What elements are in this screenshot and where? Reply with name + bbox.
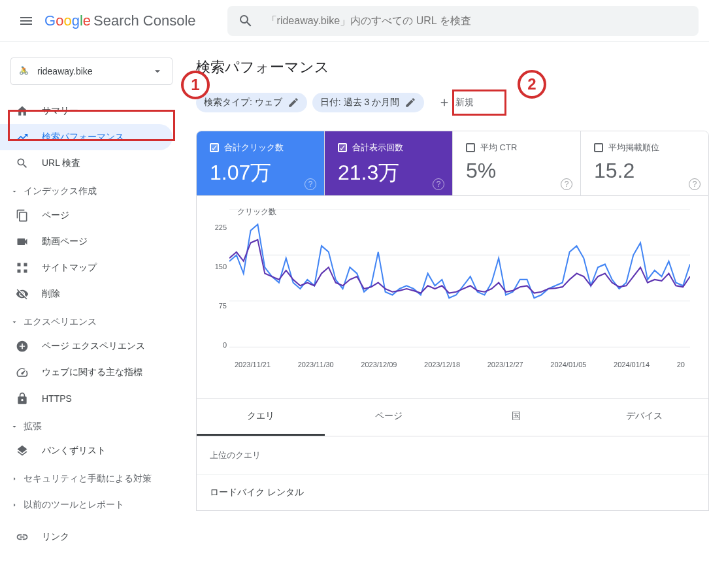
annotation-1: 1 <box>181 71 210 99</box>
chart-ylabel: クリック数 <box>237 206 276 218</box>
nav-label: 削除 <box>42 288 60 300</box>
nav-page-experience[interactable]: ページ エクスペリエンス <box>0 333 173 359</box>
nav-video-pages[interactable]: 動画ページ <box>0 229 173 255</box>
ytick: 0 <box>208 341 227 349</box>
annotation-2: 2 <box>518 70 546 99</box>
nav-https[interactable]: HTTPS <box>0 385 173 412</box>
lock-icon <box>16 392 29 405</box>
query-table-header: 上位のクエリ <box>197 436 708 475</box>
nav-cwv[interactable]: ウェブに関する主な指標 <box>0 359 173 385</box>
chip-new[interactable]: 新規 <box>429 93 483 112</box>
help-icon[interactable]: ? <box>305 178 316 190</box>
home-icon <box>16 105 29 118</box>
chart-xlabels: 2023/11/21 2023/11/30 2023/12/09 2023/12… <box>229 361 690 368</box>
sidebar: 🚴 rideaway.bike サマリー 検索パフォーマンス URL 検査 イン… <box>0 42 183 588</box>
main-content: 検索パフォーマンス 検索タイプ: ウェブ 日付: 過去 3 か月間 新規 ✓合計… <box>183 42 709 588</box>
section-legacy[interactable]: 以前のツールとレポート <box>0 490 183 516</box>
nav-removals[interactable]: 削除 <box>0 281 173 307</box>
help-icon[interactable]: ? <box>561 178 572 190</box>
metric-clicks[interactable]: ✓合計クリック数1.07万? <box>197 131 325 195</box>
query-table: 上位のクエリ ロードバイク レンタル <box>196 436 709 511</box>
query-row[interactable]: ロードバイク レンタル <box>197 475 708 510</box>
edit-icon <box>404 97 416 108</box>
product-name: Search Console <box>93 12 196 29</box>
tab-device[interactable]: デバイス <box>580 399 708 436</box>
section-label: インデックス作成 <box>24 186 97 197</box>
hamburger-menu[interactable] <box>10 5 42 37</box>
chart-yticks: 225 150 75 0 <box>208 223 227 349</box>
nav-label: サマリー <box>42 105 78 117</box>
search-icon <box>238 13 254 29</box>
link-icon <box>16 531 29 544</box>
property-name: rideaway.bike <box>37 66 151 76</box>
menu-icon <box>18 13 34 29</box>
section-label: セキュリティと手動による対策 <box>24 473 152 485</box>
logo[interactable]: Google Search Console <box>44 12 196 29</box>
metric-value: 5% <box>466 159 567 183</box>
search-input[interactable] <box>267 15 688 27</box>
nav-label: サイトマップ <box>42 262 97 274</box>
section-indexing[interactable]: インデックス作成 <box>0 176 183 203</box>
visibility-off-icon <box>16 287 29 301</box>
nav-summary[interactable]: サマリー <box>0 98 173 124</box>
ytick: 75 <box>208 302 227 310</box>
tab-country[interactable]: 国 <box>453 399 581 436</box>
sitemap-icon <box>16 261 29 274</box>
section-experience[interactable]: エクスペリエンス <box>0 307 183 333</box>
property-selector[interactable]: 🚴 rideaway.bike <box>10 57 173 85</box>
url-inspect-search[interactable] <box>227 6 699 36</box>
metric-position[interactable]: 平均掲載順位15.2? <box>581 131 708 195</box>
nav-label: 動画ページ <box>42 236 88 248</box>
plus-circle-icon <box>16 340 29 353</box>
metric-value: 15.2 <box>594 159 695 183</box>
section-enhancements[interactable]: 拡張 <box>0 412 183 438</box>
metric-ctr[interactable]: 平均 CTR5%? <box>453 131 581 195</box>
nav-performance[interactable]: 検索パフォーマンス <box>0 124 173 150</box>
metric-impressions[interactable]: ✓合計表示回数21.3万? <box>325 131 453 195</box>
checkbox-checked-icon: ✓ <box>338 143 347 152</box>
chip-label: 新規 <box>455 97 474 108</box>
tab-page[interactable]: ページ <box>325 399 453 436</box>
chip-search-type[interactable]: 検索タイプ: ウェブ <box>196 93 307 112</box>
search-icon <box>16 157 29 170</box>
plus-icon <box>438 97 450 108</box>
nav-url-inspect[interactable]: URL 検査 <box>0 150 173 176</box>
section-label: エクスペリエンス <box>24 316 97 328</box>
metric-value: 21.3万 <box>338 159 439 188</box>
section-label: 拡張 <box>24 421 42 433</box>
nav-breadcrumbs[interactable]: パンくずリスト <box>0 438 173 464</box>
help-icon[interactable]: ? <box>689 178 701 190</box>
chart-svg <box>229 209 690 353</box>
xtick: 2024/01/14 <box>614 361 650 368</box>
performance-chart: クリック数 225 150 75 0 2023/11/21 2023/11/30… <box>196 196 709 399</box>
ytick: 150 <box>208 263 227 270</box>
xtick: 2023/12/09 <box>361 361 397 368</box>
section-label: 以前のツールとレポート <box>24 499 124 511</box>
layers-icon <box>16 444 29 457</box>
app-header: Google Search Console <box>0 0 709 42</box>
trending-icon <box>16 131 29 144</box>
help-icon[interactable]: ? <box>433 178 444 190</box>
caret-down-icon <box>151 65 164 78</box>
nav-links[interactable]: リンク <box>0 524 173 550</box>
nav-label: パンくずリスト <box>42 445 106 457</box>
caret-icon <box>10 501 18 509</box>
xtick: 20 <box>677 361 685 368</box>
xtick: 2023/12/18 <box>424 361 460 368</box>
nav-label: リンク <box>42 531 69 543</box>
metric-value: 1.07万 <box>210 159 311 188</box>
xtick: 2024/01/05 <box>550 361 586 368</box>
page-icon <box>16 209 29 222</box>
nav-label: 検索パフォーマンス <box>42 131 124 143</box>
nav-sitemaps[interactable]: サイトマップ <box>0 255 173 281</box>
ytick: 225 <box>208 223 227 231</box>
nav-pages[interactable]: ページ <box>0 203 173 229</box>
section-security[interactable]: セキュリティと手動による対策 <box>0 464 183 490</box>
chip-date[interactable]: 日付: 過去 3 か月間 <box>312 93 424 112</box>
metric-label: 平均 CTR <box>480 142 517 154</box>
tab-query[interactable]: クエリ <box>197 399 325 436</box>
nav-label: ページ エクスペリエンス <box>42 340 145 352</box>
caret-icon <box>10 188 18 195</box>
metric-label: 合計クリック数 <box>224 142 284 154</box>
caret-icon <box>10 423 18 431</box>
